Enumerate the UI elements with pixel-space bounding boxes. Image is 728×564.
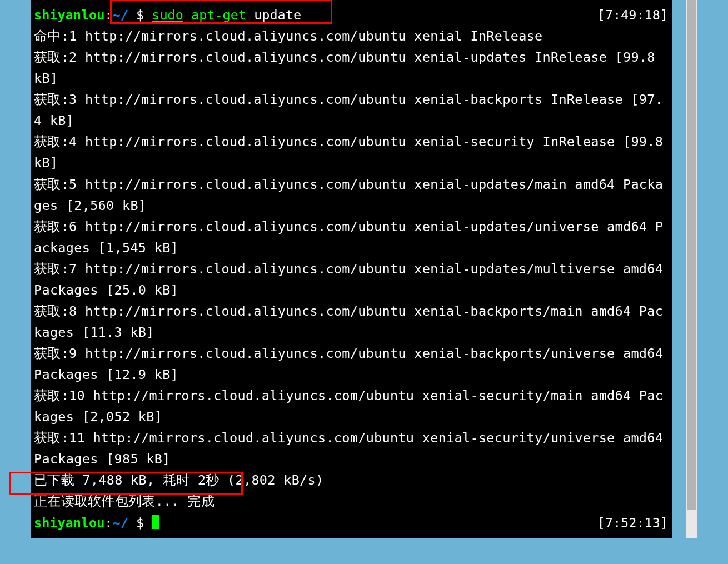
prompt-path: ~/: [113, 515, 128, 531]
terminal-cursor[interactable]: [152, 515, 159, 529]
prompt-user: shiyanlou: [34, 7, 104, 23]
prompt-dollar: $: [128, 7, 152, 23]
output-line: 正在读取软件包列表... 完成: [31, 491, 672, 512]
output-line: 获取:7 http://mirrors.cloud.aliyuncs.com/u…: [31, 258, 672, 301]
scrollbar-thumb[interactable]: [687, 0, 696, 510]
output-line: 获取:6 http://mirrors.cloud.aliyuncs.com/u…: [31, 216, 672, 258]
output-line: 获取:9 http://mirrors.cloud.aliyuncs.com/u…: [31, 343, 672, 385]
scrollbar-vertical[interactable]: [686, 0, 697, 538]
timestamp-1: [7:49:18]: [597, 4, 668, 26]
output-line: 获取:11 http://mirrors.cloud.aliyuncs.com/…: [31, 427, 672, 470]
command-sudo: sudo: [152, 7, 183, 23]
terminal-window[interactable]: shiyanlou:~/ $ sudo apt-get update [7:49…: [31, 0, 672, 538]
output-line: 获取:4 http://mirrors.cloud.aliyuncs.com/u…: [31, 131, 672, 173]
output-line: 命中:1 http://mirrors.cloud.aliyuncs.com/u…: [31, 26, 672, 47]
output-line: 获取:2 http://mirrors.cloud.aliyuncs.com/u…: [31, 47, 672, 89]
command-arg-update: update: [246, 7, 301, 23]
prompt-user: shiyanlou: [34, 515, 104, 531]
output-line: 获取:10 http://mirrors.cloud.aliyuncs.com/…: [31, 385, 672, 427]
prompt-line-2[interactable]: shiyanlou:~/ $ [7:52:13]: [31, 512, 672, 533]
timestamp-2: [7:52:13]: [597, 512, 668, 533]
output-line: 获取:3 http://mirrors.cloud.aliyuncs.com/u…: [31, 89, 672, 131]
prompt-dollar: $: [128, 515, 152, 531]
prompt-separator: :: [104, 515, 112, 531]
prompt-separator: :: [104, 7, 112, 23]
prompt-line-1: shiyanlou:~/ $ sudo apt-get update [7:49…: [31, 4, 672, 26]
output-line: 获取:5 http://mirrors.cloud.aliyuncs.com/u…: [31, 174, 672, 216]
prompt-path: ~/: [113, 7, 128, 23]
command-apt-get: apt-get: [183, 7, 246, 23]
output-line: 获取:8 http://mirrors.cloud.aliyuncs.com/u…: [31, 301, 672, 343]
output-line: 已下载 7,488 kB, 耗时 2秒 (2,802 kB/s): [31, 470, 672, 491]
